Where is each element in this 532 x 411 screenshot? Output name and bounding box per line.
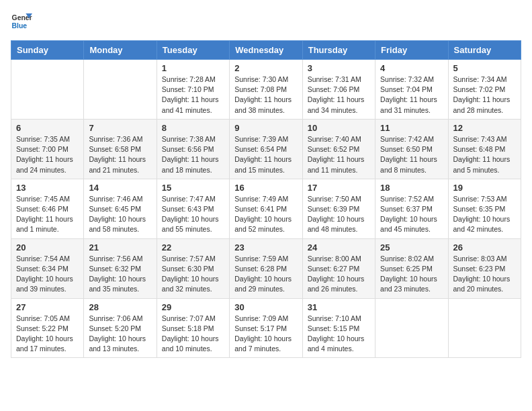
day-number: 8 — [162, 123, 224, 133]
day-info: Sunrise: 7:47 AMSunset: 6:43 PMDaylight:… — [162, 194, 224, 235]
day-info: Sunrise: 7:57 AMSunset: 6:30 PMDaylight:… — [162, 254, 224, 295]
day-info: Sunrise: 7:43 AMSunset: 6:48 PMDaylight:… — [453, 134, 516, 175]
day-number: 12 — [453, 123, 516, 133]
day-info: Sunrise: 8:00 AMSunset: 6:27 PMDaylight:… — [308, 254, 370, 295]
calendar-cell: 30Sunrise: 7:09 AMSunset: 5:17 PMDayligh… — [230, 298, 302, 358]
day-number: 17 — [308, 183, 370, 193]
day-number: 2 — [234, 63, 297, 73]
calendar-cell: 27Sunrise: 7:05 AMSunset: 5:22 PMDayligh… — [11, 298, 84, 358]
day-number: 5 — [453, 63, 516, 73]
day-number: 26 — [453, 242, 516, 253]
calendar-cell: 18Sunrise: 7:52 AMSunset: 6:37 PMDayligh… — [375, 179, 448, 238]
day-number: 20 — [16, 242, 79, 253]
calendar-cell: 31Sunrise: 7:10 AMSunset: 5:15 PMDayligh… — [302, 298, 375, 358]
day-info: Sunrise: 7:53 AMSunset: 6:35 PMDaylight:… — [453, 194, 516, 235]
day-number: 15 — [162, 183, 224, 193]
day-info: Sunrise: 7:31 AMSunset: 7:06 PMDaylight:… — [308, 75, 370, 116]
calendar-cell: 2Sunrise: 7:30 AMSunset: 7:08 PMDaylight… — [230, 60, 302, 120]
day-number: 29 — [162, 302, 224, 312]
day-number: 28 — [89, 302, 151, 312]
day-info: Sunrise: 7:05 AMSunset: 5:22 PMDaylight:… — [16, 314, 79, 355]
day-info: Sunrise: 7:59 AMSunset: 6:28 PMDaylight:… — [234, 254, 297, 295]
calendar-cell: 16Sunrise: 7:49 AMSunset: 6:41 PMDayligh… — [230, 179, 302, 238]
day-info: Sunrise: 7:10 AMSunset: 5:15 PMDaylight:… — [308, 314, 370, 355]
calendar-cell: 4Sunrise: 7:32 AMSunset: 7:04 PMDaylight… — [375, 60, 448, 120]
day-number: 7 — [89, 123, 151, 133]
calendar-cell: 8Sunrise: 7:38 AMSunset: 6:56 PMDaylight… — [157, 119, 229, 179]
day-number: 21 — [89, 242, 151, 253]
day-info: Sunrise: 7:49 AMSunset: 6:41 PMDaylight:… — [234, 194, 297, 235]
calendar-cell: 21Sunrise: 7:56 AMSunset: 6:32 PMDayligh… — [84, 238, 157, 298]
day-info: Sunrise: 7:07 AMSunset: 5:18 PMDaylight:… — [162, 314, 224, 355]
day-info: Sunrise: 7:39 AMSunset: 6:54 PMDaylight:… — [234, 134, 297, 175]
day-number: 30 — [234, 302, 297, 312]
calendar-cell: 20Sunrise: 7:54 AMSunset: 6:34 PMDayligh… — [11, 238, 84, 298]
svg-text:Blue: Blue — [12, 22, 28, 30]
day-number: 22 — [162, 242, 224, 253]
calendar-cell: 5Sunrise: 7:34 AMSunset: 7:02 PMDaylight… — [448, 60, 521, 120]
day-info: Sunrise: 7:38 AMSunset: 6:56 PMDaylight:… — [162, 134, 224, 175]
day-number: 3 — [308, 63, 370, 73]
day-info: Sunrise: 7:36 AMSunset: 6:58 PMDaylight:… — [89, 134, 151, 175]
day-info: Sunrise: 7:34 AMSunset: 7:02 PMDaylight:… — [453, 75, 516, 116]
calendar-cell: 29Sunrise: 7:07 AMSunset: 5:18 PMDayligh… — [157, 298, 229, 358]
column-header-friday: Friday — [375, 41, 448, 60]
logo-icon: General Blue — [11, 11, 32, 32]
column-header-thursday: Thursday — [302, 41, 375, 60]
calendar-cell: 1Sunrise: 7:28 AMSunset: 7:10 PMDaylight… — [157, 60, 229, 120]
calendar-cell: 9Sunrise: 7:39 AMSunset: 6:54 PMDaylight… — [230, 119, 302, 179]
day-info: Sunrise: 7:54 AMSunset: 6:34 PMDaylight:… — [16, 254, 79, 295]
calendar-cell: 3Sunrise: 7:31 AMSunset: 7:06 PMDaylight… — [302, 60, 375, 120]
day-info: Sunrise: 7:30 AMSunset: 7:08 PMDaylight:… — [234, 75, 297, 116]
column-header-sunday: Sunday — [11, 41, 84, 60]
calendar-cell — [11, 60, 84, 120]
page-header: General Blue — [11, 11, 521, 32]
calendar-cell: 26Sunrise: 8:03 AMSunset: 6:23 PMDayligh… — [448, 238, 521, 298]
calendar-week-row: 6Sunrise: 7:35 AMSunset: 7:00 PMDaylight… — [11, 119, 521, 179]
day-number: 25 — [380, 242, 443, 253]
calendar-week-row: 20Sunrise: 7:54 AMSunset: 6:34 PMDayligh… — [11, 238, 521, 298]
calendar-cell: 23Sunrise: 7:59 AMSunset: 6:28 PMDayligh… — [230, 238, 302, 298]
day-info: Sunrise: 7:52 AMSunset: 6:37 PMDaylight:… — [380, 194, 443, 235]
calendar-cell: 10Sunrise: 7:40 AMSunset: 6:52 PMDayligh… — [302, 119, 375, 179]
calendar-header-row: SundayMondayTuesdayWednesdayThursdayFrid… — [11, 41, 521, 60]
day-info: Sunrise: 8:03 AMSunset: 6:23 PMDaylight:… — [453, 254, 516, 295]
calendar-cell: 11Sunrise: 7:42 AMSunset: 6:50 PMDayligh… — [375, 119, 448, 179]
calendar-cell: 6Sunrise: 7:35 AMSunset: 7:00 PMDaylight… — [11, 119, 84, 179]
calendar-cell: 19Sunrise: 7:53 AMSunset: 6:35 PMDayligh… — [448, 179, 521, 238]
calendar-cell: 13Sunrise: 7:45 AMSunset: 6:46 PMDayligh… — [11, 179, 84, 238]
calendar-cell — [375, 298, 448, 358]
day-info: Sunrise: 7:56 AMSunset: 6:32 PMDaylight:… — [89, 254, 151, 295]
day-number: 9 — [234, 123, 297, 133]
day-number: 23 — [234, 242, 297, 253]
calendar-cell: 12Sunrise: 7:43 AMSunset: 6:48 PMDayligh… — [448, 119, 521, 179]
day-number: 11 — [380, 123, 443, 133]
column-header-monday: Monday — [84, 41, 157, 60]
day-number: 19 — [453, 183, 516, 193]
column-header-wednesday: Wednesday — [230, 41, 302, 60]
logo: General Blue — [11, 11, 32, 32]
day-info: Sunrise: 8:02 AMSunset: 6:25 PMDaylight:… — [380, 254, 443, 295]
day-number: 10 — [308, 123, 370, 133]
day-info: Sunrise: 7:09 AMSunset: 5:17 PMDaylight:… — [234, 314, 297, 355]
day-number: 24 — [308, 242, 370, 253]
calendar-week-row: 27Sunrise: 7:05 AMSunset: 5:22 PMDayligh… — [11, 298, 521, 358]
day-number: 18 — [380, 183, 443, 193]
calendar-table: SundayMondayTuesdayWednesdayThursdayFrid… — [11, 40, 521, 358]
calendar-cell: 17Sunrise: 7:50 AMSunset: 6:39 PMDayligh… — [302, 179, 375, 238]
day-info: Sunrise: 7:40 AMSunset: 6:52 PMDaylight:… — [308, 134, 370, 175]
calendar-cell: 14Sunrise: 7:46 AMSunset: 6:45 PMDayligh… — [84, 179, 157, 238]
day-info: Sunrise: 7:32 AMSunset: 7:04 PMDaylight:… — [380, 75, 443, 116]
day-info: Sunrise: 7:42 AMSunset: 6:50 PMDaylight:… — [380, 134, 443, 175]
calendar-cell — [448, 298, 521, 358]
calendar-cell: 7Sunrise: 7:36 AMSunset: 6:58 PMDaylight… — [84, 119, 157, 179]
calendar-cell — [84, 60, 157, 120]
day-number: 13 — [16, 183, 79, 193]
calendar-cell: 28Sunrise: 7:06 AMSunset: 5:20 PMDayligh… — [84, 298, 157, 358]
day-number: 6 — [16, 123, 79, 133]
day-number: 14 — [89, 183, 151, 193]
day-info: Sunrise: 7:50 AMSunset: 6:39 PMDaylight:… — [308, 194, 370, 235]
day-number: 31 — [308, 302, 370, 312]
day-info: Sunrise: 7:06 AMSunset: 5:20 PMDaylight:… — [89, 314, 151, 355]
column-header-tuesday: Tuesday — [157, 41, 229, 60]
